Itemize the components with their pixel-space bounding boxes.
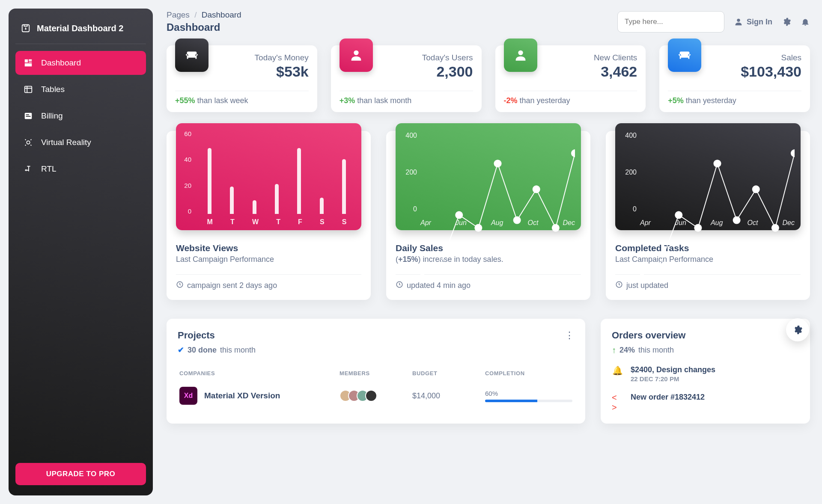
person-icon	[504, 39, 537, 72]
orders-title: Orders overview	[612, 330, 799, 341]
arrow-up-icon: ↑	[612, 345, 616, 355]
avatar	[365, 390, 377, 402]
sidebar-item-rtl[interactable]: RTL	[15, 157, 146, 181]
stat-foot: than yesterday	[684, 96, 736, 105]
svg-rect-4	[25, 63, 32, 66]
svg-point-28	[713, 160, 721, 167]
orders-delta-suffix: this month	[638, 346, 674, 355]
stat-card-users: Today's Users 2,300 +3% than lask month	[331, 45, 482, 112]
svg-point-11	[354, 50, 358, 55]
svg-point-12	[518, 50, 523, 55]
svg-point-20	[533, 185, 540, 193]
orders-delta: 24%	[619, 346, 635, 355]
stat-delta: -2%	[504, 96, 518, 105]
timeline-title: $2400, Design changes	[631, 365, 715, 374]
stat-card-clients: New Clients 3,462 -2% than yesterday	[495, 45, 646, 112]
breadcrumb-root[interactable]: Pages	[167, 10, 190, 19]
upgrade-button[interactable]: UPGRADE TO PRO	[15, 463, 146, 485]
projects-table-head: COMPANIES MEMBERS BUDGET COMPLETION	[178, 370, 574, 381]
clock-icon	[615, 281, 623, 291]
stat-delta: +3%	[340, 96, 355, 105]
table-row[interactable]: Xd Material XD Version $14,000 60%	[178, 381, 574, 405]
chart-foot: campaign sent 2 days ago	[176, 281, 361, 291]
timeline-time: 22 DEC 7:20 PM	[631, 375, 679, 382]
search-input[interactable]	[617, 11, 724, 33]
svg-rect-8	[26, 116, 31, 117]
settings-fab[interactable]	[786, 318, 809, 341]
svg-rect-3	[29, 62, 32, 62]
sidebar-item-label: Dashboard	[41, 58, 81, 68]
svg-point-15	[436, 263, 444, 270]
members	[340, 390, 412, 402]
svg-rect-1	[25, 59, 28, 62]
budget: $14,000	[412, 391, 485, 400]
sidebar-item-label: Virtual Reality	[41, 138, 91, 147]
clock-icon	[396, 281, 403, 291]
sidebar-item-tables[interactable]: Tables	[15, 77, 146, 101]
sidebar-item-label: Tables	[41, 85, 65, 94]
billing-icon	[23, 111, 33, 121]
projects-done-suffix: this month	[220, 346, 256, 355]
stat-foot: than lask week	[195, 96, 248, 105]
signin-label: Sign In	[747, 18, 772, 27]
sidebar-nav: Dashboard Tables Billing Virtual Reality…	[15, 51, 146, 181]
breadcrumb: Pages / Dashboard	[167, 10, 241, 20]
completion: 60%	[485, 390, 572, 402]
stat-card-money: Today's Money $53k +55% than lask week	[167, 45, 317, 112]
vr-icon	[23, 137, 33, 148]
bell-icon[interactable]	[801, 17, 810, 27]
svg-rect-7	[26, 114, 29, 115]
stat-delta: +55%	[175, 96, 195, 105]
chart-subtitle: Last Campaign Performance	[176, 255, 361, 264]
stat-card-sales: Sales $103,430 +5% than yesterday	[659, 45, 810, 112]
rtl-icon	[23, 164, 33, 174]
svg-point-18	[494, 160, 501, 167]
company-logo-icon: Xd	[179, 387, 197, 405]
chart-card-tasks: 4002000 AprJunAugOctDec Completed Tasks …	[606, 131, 810, 300]
sidebar-item-label: RTL	[41, 164, 57, 174]
breadcrumb-sep: /	[194, 10, 197, 19]
projects-title: Projects	[178, 330, 574, 341]
sofa-icon	[175, 39, 208, 72]
timeline-item: 🔔 $2400, Design changes 22 DEC 7:20 PM	[612, 365, 799, 383]
settings-icon[interactable]	[782, 17, 791, 27]
svg-point-9	[27, 141, 30, 144]
main: Pages / Dashboard Dashboard Sign In	[153, 0, 822, 504]
brand-logo-icon	[21, 23, 31, 33]
chart-card-views: 6040200 MTWTFSS Website Views Last Campa…	[167, 131, 371, 300]
bell-icon: 🔔	[612, 365, 623, 376]
chart-title: Website Views	[176, 243, 361, 253]
sidebar-item-dashboard[interactable]: Dashboard	[15, 51, 146, 75]
line-chart: 4002000 AprJunAugOctDec	[615, 123, 801, 230]
svg-rect-5	[25, 86, 32, 93]
clock-icon	[176, 281, 184, 291]
svg-point-25	[655, 263, 663, 270]
orders-panel: Orders overview ↑ 24% this month 🔔 $2400…	[601, 319, 810, 424]
stat-delta: +5%	[668, 96, 684, 105]
person-icon	[340, 39, 373, 72]
sofa-icon	[668, 39, 701, 72]
sidebar-item-billing[interactable]: Billing	[15, 104, 146, 128]
svg-point-22	[571, 149, 575, 157]
svg-point-30	[752, 185, 760, 193]
sidebar-item-vr[interactable]: Virtual Reality	[15, 130, 146, 154]
brand: Material Dashboard 2	[15, 19, 146, 44]
stats-row: Today's Money $53k +55% than lask week T…	[167, 45, 810, 112]
more-icon[interactable]: ⋮	[565, 330, 574, 341]
svg-point-14	[420, 270, 424, 278]
user-icon	[734, 17, 743, 27]
code-icon: < >	[612, 393, 623, 412]
bar-chart: 6040200 MTWTFSS	[176, 123, 361, 230]
timeline-item: < > New order #1832412	[612, 393, 799, 412]
svg-rect-2	[29, 59, 32, 61]
timeline-title: New order #1832412	[631, 393, 705, 402]
topbar: Pages / Dashboard Dashboard Sign In	[167, 10, 810, 33]
line-chart: 4002000 AprJunAugOctDec	[396, 123, 581, 230]
svg-point-10	[737, 19, 740, 22]
signin-link[interactable]: Sign In	[734, 17, 772, 27]
svg-point-16	[455, 211, 463, 219]
dashboard-icon	[23, 58, 33, 68]
stat-foot: than lask month	[355, 96, 411, 105]
breadcrumb-current: Dashboard	[202, 10, 241, 19]
charts-row: 6040200 MTWTFSS Website Views Last Campa…	[167, 131, 810, 300]
